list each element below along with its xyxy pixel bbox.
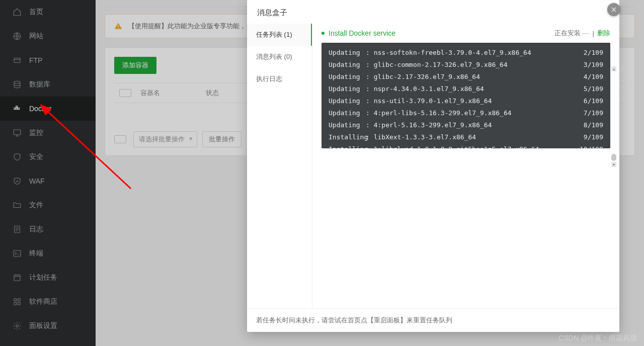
modal-content: Install Docker service 正在安装 ···· | 删除 Up… [312, 24, 619, 308]
console-row: Updating: nss-softokn-freebl-3.79.0-4.el… [329, 47, 603, 59]
modal-footer: 若任务长时间未执行，请尝试在首页点【重启面板】来重置任务队列 [247, 308, 619, 332]
console-row: Updating: 4:perl-libs-5.16.3-299.el7_9.x… [329, 107, 603, 119]
console-scrollbar[interactable]: ▴ ▾ [611, 66, 616, 167]
console-row: Updating: nss-util-3.79.0-1.el7_9.x86_64… [329, 95, 603, 107]
console-row: Updating: 4:perl-5.16.3-299.el7_9.x86_64… [329, 119, 603, 131]
modal-tab[interactable]: 消息列表 (0) [247, 46, 312, 68]
scroll-thumb[interactable] [611, 154, 616, 161]
status-dot-icon [321, 32, 325, 35]
task-status: 正在安装 ···· [554, 29, 590, 38]
task-header: Install Docker service 正在安装 ···· | 删除 [321, 24, 610, 43]
modal-title: 消息盒子 [247, 0, 619, 24]
scroll-down-icon[interactable]: ▾ [611, 162, 616, 167]
task-sep: | [593, 30, 594, 37]
task-name: Install Docker service [329, 29, 395, 37]
console-row: Installing: 1:libglvnd-1.0.1-0.8.git5baa… [329, 143, 603, 148]
console-row: Installing: libXext-1.3.3-3.el7.x86_649/… [329, 131, 603, 143]
console-row: Updating: glibc-common-2.17-326.el7_9.x8… [329, 59, 603, 71]
modal-tab[interactable]: 执行日志 [247, 68, 312, 90]
scroll-up-icon[interactable]: ▴ [611, 66, 616, 71]
task-delete-link[interactable]: 删除 [597, 29, 610, 38]
close-button[interactable] [607, 3, 620, 16]
message-box-modal: 消息盒子 任务列表 (1)消息列表 (0)执行日志 Install Docker… [247, 0, 619, 332]
modal-tab[interactable]: 任务列表 (1) [247, 24, 312, 46]
watermark: CSDN @昨夜丶雨疏风骤. [558, 334, 639, 343]
console-row: Updating: glibc-2.17-326.el7_9.x86_644/1… [329, 71, 603, 83]
modal-tabs: 任务列表 (1)消息列表 (0)执行日志 [247, 24, 312, 308]
console-row: Updating: nspr-4.34.0-3.1.el7_9.x86_645/… [329, 83, 603, 95]
console-output: Updating: nss-softokn-freebl-3.79.0-4.el… [321, 43, 610, 148]
